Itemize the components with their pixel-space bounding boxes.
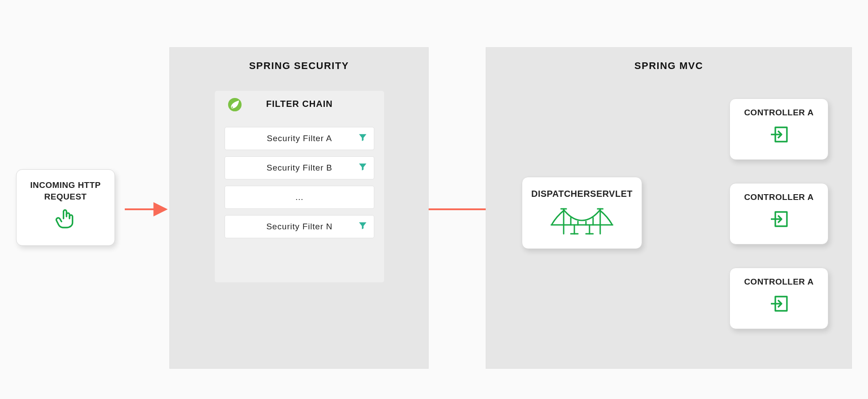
filter-item-label: Security Filter N [266,222,333,232]
filter-item: Security Filter N [225,215,374,238]
spring-mvc-title: SPRING MVC [486,60,852,72]
filter-item-label: Security Filter B [266,163,332,173]
spring-security-title: SPRING SECURITY [170,60,428,72]
filter-chain-title: FILTER CHAIN [266,99,332,109]
filter-chain-items: Security Filter A Security Filter B ... … [215,117,384,250]
dispatcher-title: DISPATCHERSERVLET [522,177,642,199]
funnel-icon [358,133,368,145]
enter-arrow-icon [730,293,828,314]
funnel-icon [358,162,368,174]
incoming-request-box: INCOMING HTTP REQUEST [16,169,115,246]
controller-box: CONTROLLER A [729,268,828,329]
filter-item: ... [225,186,374,209]
filter-item: Security Filter A [225,127,374,150]
incoming-title: INCOMING HTTP REQUEST [16,170,115,205]
enter-arrow-icon [730,208,828,230]
incoming-title-line1: INCOMING HTTP [30,180,101,190]
spring-mvc-panel: SPRING MVC DISPATCHERSERVLET [486,47,852,369]
controller-box: CONTROLLER A [729,183,828,244]
filter-item: Security Filter B [225,156,374,179]
pointer-icon [16,208,115,232]
funnel-icon [358,221,368,233]
filter-chain-box: FILTER CHAIN Security Filter A Security … [214,90,385,283]
filter-item-label: Security Filter A [267,134,332,143]
bridge-icon [522,204,642,236]
filter-item-label: ... [295,192,303,202]
controller-title: CONTROLLER A [730,99,828,118]
spring-security-panel: SPRING SECURITY FILTER CHAIN Security Fi… [169,47,429,369]
controller-title: CONTROLLER A [730,183,828,202]
spring-logo-icon [227,97,242,114]
enter-arrow-icon [730,124,828,145]
controller-title: CONTROLLER A [730,268,828,287]
controller-box: CONTROLLER A [729,98,828,160]
incoming-title-line2: REQUEST [44,192,86,201]
svg-point-6 [232,106,233,108]
dispatcher-servlet-box: DISPATCHERSERVLET [522,177,642,249]
